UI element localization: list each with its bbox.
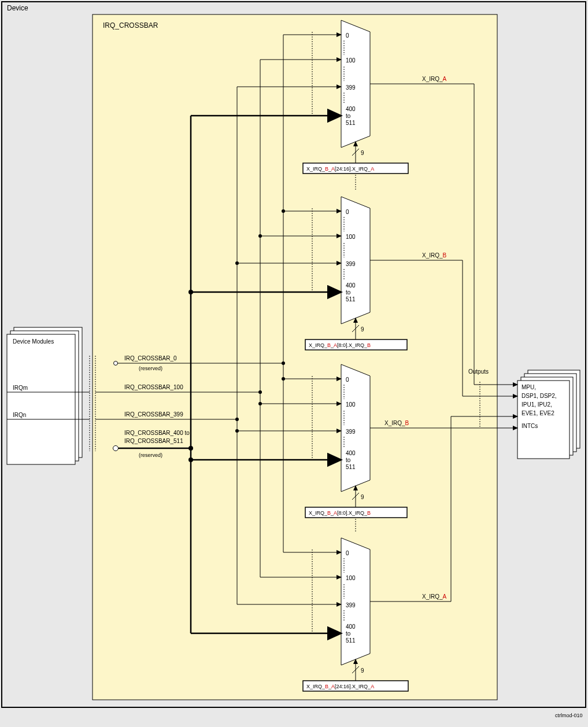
svg-text:100: 100 [346, 234, 356, 240]
svg-text:X_IRQ_B_A[8:0].X_IRQ_B: X_IRQ_B_A[8:0].X_IRQ_B [309, 342, 371, 348]
svg-text:X_IRQ_B_A[24:16].X_IRQ_A: X_IRQ_B_A[24:16].X_IRQ_A [306, 166, 374, 172]
svg-text:400: 400 [346, 450, 356, 456]
svg-text:400: 400 [346, 282, 356, 289]
svg-text:(reserved): (reserved) [139, 452, 162, 458]
svg-text:400: 400 [346, 623, 356, 630]
svg-text:0: 0 [346, 32, 349, 39]
svg-text:X_IRQ_B_A[24:16].X_IRQ_A: X_IRQ_B_A[24:16].X_IRQ_A [306, 684, 374, 689]
svg-point-109 [258, 390, 262, 394]
svg-text:MPU,: MPU, [522, 384, 536, 390]
mux-3: 0 100 399 400 to 511 [341, 364, 370, 492]
svg-text:511: 511 [346, 120, 356, 126]
svg-text:X_IRQ_A: X_IRQ_A [422, 593, 447, 600]
svg-text:399: 399 [346, 261, 356, 267]
svg-text:IRQ_CROSSBAR_399: IRQ_CROSSBAR_399 [124, 411, 183, 418]
svg-text:DSP1, DSP2,: DSP1, DSP2, [522, 393, 557, 399]
svg-text:0: 0 [346, 550, 349, 556]
svg-text:399: 399 [346, 602, 356, 608]
svg-text:9: 9 [361, 494, 364, 500]
svg-point-123 [113, 446, 119, 451]
svg-text:IPU1, IPU2,: IPU1, IPU2, [522, 401, 552, 408]
svg-point-97 [282, 377, 285, 381]
svg-text:IRQ_CROSSBAR_511: IRQ_CROSSBAR_511 [124, 438, 183, 444]
device-label: Device [7, 4, 28, 12]
svg-text:399: 399 [346, 429, 356, 435]
irqn-label: IRQn [13, 412, 26, 418]
svg-text:(reserved): (reserved) [139, 366, 162, 371]
svg-text:399: 399 [346, 84, 356, 91]
svg-point-96 [282, 361, 285, 365]
svg-text:511: 511 [346, 296, 356, 302]
device-modules: Device Modules IRQm IRQn [7, 327, 82, 464]
svg-text:0: 0 [346, 377, 349, 383]
svg-marker-51 [341, 364, 370, 492]
device-modules-title: Device Modules [13, 338, 54, 345]
svg-point-87 [114, 361, 118, 366]
svg-text:INTCs: INTCs [522, 423, 538, 429]
svg-text:100: 100 [346, 401, 356, 408]
intc-modules: MPU, DSP1, DSP2, IPU1, IPU2, EVE1, EVE2 … [517, 370, 580, 459]
svg-text:0: 0 [346, 209, 349, 215]
svg-point-131 [188, 290, 193, 294]
svg-text:X_IRQ_A: X_IRQ_A [422, 76, 447, 82]
svg-text:9: 9 [361, 667, 364, 674]
svg-marker-69 [341, 538, 370, 665]
svg-text:100: 100 [346, 57, 356, 64]
svg-point-107 [258, 234, 262, 238]
svg-rect-2 [7, 334, 75, 464]
diagram-canvas: Device IRQ_CROSSBAR Device Modules IRQm … [0, 0, 588, 727]
figure-id: ctrlmod-010 [555, 713, 583, 718]
mux-2: 0 100 399 400 to 511 [341, 197, 370, 324]
svg-text:511: 511 [346, 637, 356, 644]
svg-text:to: to [346, 113, 351, 119]
svg-text:X_IRQ_B: X_IRQ_B [384, 420, 409, 426]
svg-text:to: to [346, 289, 351, 296]
svg-point-121 [235, 429, 239, 433]
svg-marker-33 [341, 197, 370, 324]
svg-text:to: to [346, 457, 351, 463]
outputs-label: Outputs [468, 368, 489, 375]
svg-text:9: 9 [361, 150, 364, 156]
svg-text:400: 400 [346, 106, 356, 112]
crossbar-label: IRQ_CROSSBAR [103, 21, 158, 29]
svg-text:9: 9 [361, 326, 364, 333]
mux-1: 0 100 399 400 to 511 [341, 20, 370, 147]
svg-text:X_IRQ_B: X_IRQ_B [422, 252, 447, 259]
svg-point-134 [188, 457, 193, 462]
svg-text:EVE1, EVE2: EVE1, EVE2 [522, 410, 554, 416]
svg-text:to: to [346, 630, 351, 637]
svg-text:X_IRQ_B_A[8:0].X_IRQ_B: X_IRQ_B_A[8:0].X_IRQ_B [309, 510, 371, 516]
svg-text:511: 511 [346, 464, 356, 470]
svg-point-120 [235, 418, 239, 421]
svg-point-133 [188, 446, 193, 451]
svg-text:100: 100 [346, 575, 356, 581]
svg-text:IRQ_CROSSBAR_100: IRQ_CROSSBAR_100 [124, 384, 183, 390]
svg-point-110 [258, 402, 262, 405]
svg-point-118 [235, 261, 239, 265]
irqm-label: IRQm [13, 385, 28, 391]
svg-point-94 [282, 209, 285, 213]
svg-marker-14 [341, 20, 370, 147]
svg-text:IRQ_CROSSBAR_0: IRQ_CROSSBAR_0 [124, 355, 177, 361]
mux-4: 0 100 399 400 to 511 [341, 538, 370, 665]
svg-text:IRQ_CROSSBAR_400 to: IRQ_CROSSBAR_400 to [124, 430, 190, 436]
